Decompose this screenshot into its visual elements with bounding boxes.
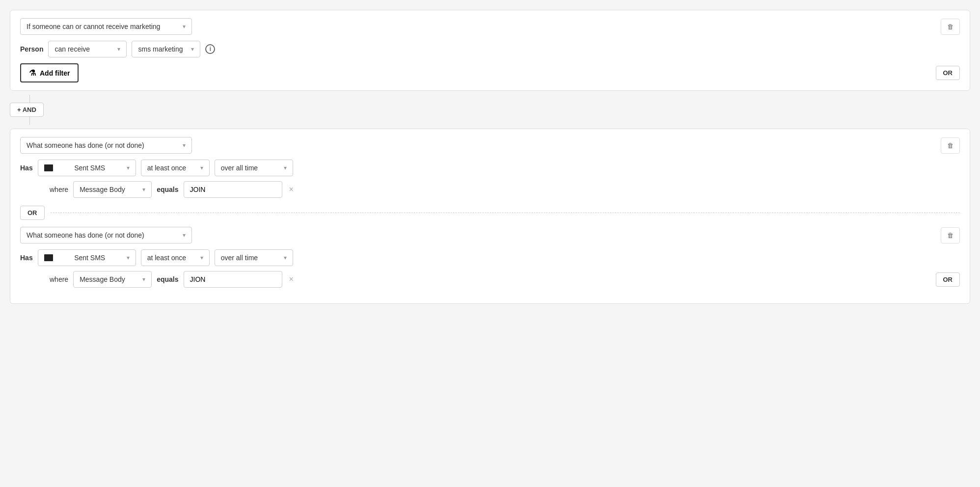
time-label-1: over all time [221,164,258,172]
person-row-left: Person can receive ▾ sms marketing ▾ i [20,41,215,57]
and-button[interactable]: + AND [10,103,44,117]
condition-label-3: What someone has done (or not done) [27,231,144,239]
time-dropdown-2[interactable]: over all time ▾ [215,249,293,266]
person-row: Person can receive ▾ sms marketing ▾ i [20,41,960,57]
condition-dropdown-2[interactable]: What someone has done (or not done) ▾ [20,137,192,154]
or-separator-1: OR [20,206,960,220]
action-dropdown-1[interactable]: Sent SMS ▾ [38,160,136,176]
and-connector: + AND [10,91,970,129]
marketing-dropdown[interactable]: sms marketing ▾ [132,41,200,57]
time-label-2: over all time [221,254,258,262]
clear-value-1[interactable]: × [287,183,296,196]
action-dropdown-2[interactable]: Sent SMS ▾ [38,249,136,266]
has-label-1: Has [20,164,33,172]
delete-button-3[interactable]: 🗑 [941,227,960,244]
equals-label-2: equals [157,275,178,283]
sent-sms-flag-icon-2 [44,254,53,261]
time-dropdown-1[interactable]: over all time ▾ [215,160,293,176]
condition-label-2: What someone has done (or not done) [27,141,144,149]
frequency-dropdown-1[interactable]: at least once ▾ [141,160,210,176]
block-3-section: What someone has done (or not done) ▾ 🗑 … [20,227,960,288]
where-label-2: where [50,275,68,283]
or-button-inner-1[interactable]: OR [20,206,45,220]
or-button-1[interactable]: OR [936,66,960,80]
condition-label-1: If someone can or cannot receive marketi… [27,23,160,30]
where-row-2-left: where Message Body ▾ equals × [50,271,296,288]
receive-dropdown[interactable]: can receive ▾ [48,41,127,57]
and-line-top [29,95,30,103]
chevron-property-1: ▾ [142,186,145,193]
condition-dropdown-3[interactable]: What someone has done (or not done) ▾ [20,227,192,244]
has-row-1: Has Sent SMS ▾ at least once ▾ over all … [20,160,960,176]
property-label-2: Message Body [80,275,125,283]
condition-dropdown-1[interactable]: If someone can or cannot receive marketi… [20,18,192,35]
property-dropdown-2[interactable]: Message Body ▾ [73,271,152,288]
block2-top-row: What someone has done (or not done) ▾ 🗑 [20,137,960,154]
add-filter-row: ⚗ Add filter OR [20,63,960,82]
or-button-2[interactable]: OR [936,272,960,287]
equals-label-1: equals [157,186,178,193]
chevron-icon-2: ▾ [183,142,186,149]
value-input-2[interactable] [184,271,282,288]
chevron-receive-icon: ▾ [117,46,120,53]
chevron-marketing-icon: ▾ [191,46,194,53]
chevron-icon-1: ▾ [183,23,186,30]
block3-top-row: What someone has done (or not done) ▾ 🗑 [20,227,960,244]
block1-top-row: If someone can or cannot receive marketi… [20,18,960,35]
chevron-freq-1: ▾ [200,164,203,171]
filter-icon: ⚗ [29,68,36,78]
and-line-bottom [29,117,30,125]
chevron-icon-3: ▾ [183,232,186,239]
chevron-time-1: ▾ [284,164,287,171]
marketing-label: sms marketing [138,45,183,53]
frequency-dropdown-2[interactable]: at least once ▾ [141,249,210,266]
action-label-1: Sent SMS [74,164,105,172]
filter-block-1: If someone can or cannot receive marketi… [10,10,970,91]
where-label-1: where [50,186,68,193]
chevron-action-1: ▾ [127,164,130,171]
trash-icon-2: 🗑 [947,142,953,149]
or-line-1 [51,213,960,213]
delete-button-2[interactable]: 🗑 [941,137,960,154]
property-dropdown-1[interactable]: Message Body ▾ [73,181,152,198]
add-filter-button[interactable]: ⚗ Add filter [20,63,79,82]
value-input-1[interactable] [184,181,282,198]
receive-label: can receive [54,45,90,53]
chevron-freq-2: ▾ [200,254,203,261]
where-row-1: where Message Body ▾ equals × [50,181,960,198]
frequency-label-1: at least once [147,164,186,172]
has-label-2: Has [20,254,33,262]
info-icon[interactable]: i [205,44,215,54]
add-filter-label: Add filter [40,69,70,77]
trash-icon-1: 🗑 [947,23,953,30]
has-row-2: Has Sent SMS ▾ at least once ▾ over all … [20,249,960,266]
sent-sms-flag-icon-1 [44,164,53,171]
frequency-label-2: at least once [147,254,186,262]
filter-block-2: What someone has done (or not done) ▾ 🗑 … [10,129,970,304]
delete-button-1[interactable]: 🗑 [941,19,960,35]
trash-icon-3: 🗑 [947,232,953,239]
person-label: Person [20,45,43,53]
action-label-2: Sent SMS [74,254,105,262]
property-label-1: Message Body [80,186,125,193]
chevron-action-2: ▾ [127,254,130,261]
where-row-2: where Message Body ▾ equals × OR [50,271,960,288]
chevron-property-2: ▾ [142,276,145,283]
chevron-time-2: ▾ [284,254,287,261]
clear-value-2[interactable]: × [287,273,296,286]
